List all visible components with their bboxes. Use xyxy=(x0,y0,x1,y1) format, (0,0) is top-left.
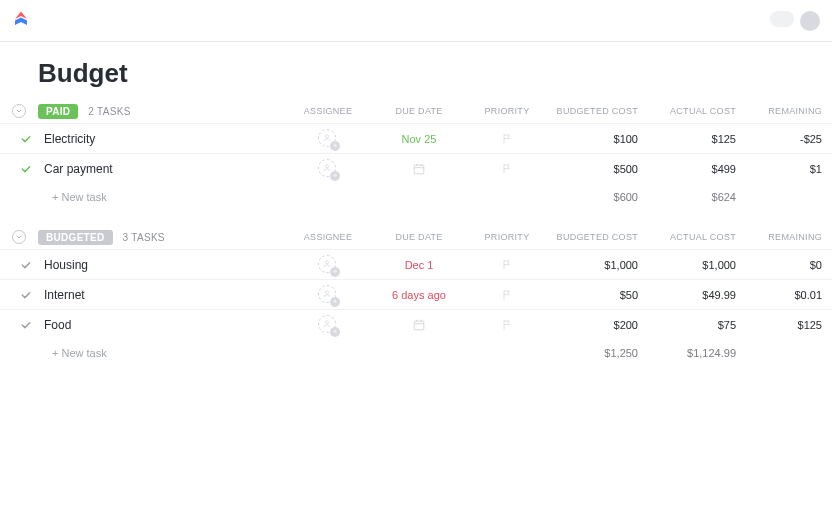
priority-cell[interactable] xyxy=(468,259,546,271)
topbar xyxy=(0,0,832,42)
status-badge[interactable]: PAID xyxy=(38,104,78,119)
svg-point-7 xyxy=(325,290,328,293)
col-assignee: ASSIGNEE xyxy=(286,232,370,242)
budgeted-cost[interactable]: $50 xyxy=(546,289,648,301)
assignee-add[interactable]: + xyxy=(318,129,338,149)
flag-icon[interactable] xyxy=(501,259,513,271)
col-actual: ACTUAL COST xyxy=(648,106,746,116)
svg-rect-2 xyxy=(414,165,424,174)
checkmark-icon xyxy=(20,163,32,175)
col-due-date: DUE DATE xyxy=(370,106,468,116)
topbar-pill-1[interactable] xyxy=(770,11,794,27)
new-task-button[interactable]: + New task xyxy=(38,191,286,203)
remaining-cost[interactable]: $0.01 xyxy=(746,289,832,301)
col-priority: PRIORITY xyxy=(468,106,546,116)
flag-icon[interactable] xyxy=(501,319,513,331)
svg-point-0 xyxy=(325,134,328,137)
svg-point-1 xyxy=(325,164,328,167)
due-date-cell[interactable] xyxy=(370,318,468,332)
due-date-text[interactable]: 6 days ago xyxy=(392,289,446,301)
new-task-button[interactable]: + New task xyxy=(38,347,286,359)
actual-cost[interactable]: $49.99 xyxy=(648,289,746,301)
flag-icon[interactable] xyxy=(501,133,513,145)
sum-actual: $1,124.99 xyxy=(648,347,746,359)
priority-cell[interactable] xyxy=(468,163,546,175)
calendar-icon[interactable] xyxy=(412,162,426,176)
budgeted-cost[interactable]: $1,000 xyxy=(546,259,648,271)
budgeted-cost[interactable]: $200 xyxy=(546,319,648,331)
task-count: 3 TASKS xyxy=(123,232,165,243)
task-check[interactable] xyxy=(0,289,38,301)
task-row[interactable]: Internet+6 days ago$50$49.99$0.01 xyxy=(0,279,832,309)
task-check[interactable] xyxy=(0,163,38,175)
task-row[interactable]: Electricity+Nov 25$100$125-$25 xyxy=(0,123,832,153)
chevron-down-icon xyxy=(15,107,23,115)
plus-icon: + xyxy=(330,141,340,151)
flag-icon[interactable] xyxy=(501,289,513,301)
plus-icon: + xyxy=(330,267,340,277)
task-name[interactable]: Food xyxy=(38,318,286,332)
checkmark-icon xyxy=(20,133,32,145)
assignee-add[interactable]: + xyxy=(318,255,338,275)
remaining-cost[interactable]: $0 xyxy=(746,259,832,271)
col-remaining: REMAINING xyxy=(746,232,832,242)
page-title: Budget xyxy=(0,42,832,99)
actual-cost[interactable]: $1,000 xyxy=(648,259,746,271)
task-row[interactable]: Housing+Dec 1$1,000$1,000$0 xyxy=(0,249,832,279)
remaining-cost[interactable]: -$25 xyxy=(746,133,832,145)
assignee-add[interactable]: + xyxy=(318,315,338,335)
due-date-cell[interactable]: Dec 1 xyxy=(370,259,468,271)
budgeted-cost[interactable]: $100 xyxy=(546,133,648,145)
task-row[interactable]: Food+$200$75$125 xyxy=(0,309,832,339)
col-budgeted: BUDGETED COST xyxy=(546,232,648,242)
task-name[interactable]: Housing xyxy=(38,258,286,272)
sum-actual: $624 xyxy=(648,191,746,203)
calendar-icon[interactable] xyxy=(412,318,426,332)
task-check[interactable] xyxy=(0,133,38,145)
actual-cost[interactable]: $499 xyxy=(648,163,746,175)
group-header: PAID2 TASKSASSIGNEEDUE DATEPRIORITYBUDGE… xyxy=(0,99,832,123)
priority-cell[interactable] xyxy=(468,289,546,301)
plus-icon: + xyxy=(330,171,340,181)
flag-icon[interactable] xyxy=(501,163,513,175)
sum-budgeted: $600 xyxy=(546,191,648,203)
assignee-add[interactable]: + xyxy=(318,159,338,179)
due-date-cell[interactable]: 6 days ago xyxy=(370,289,468,301)
due-date-text[interactable]: Nov 25 xyxy=(402,133,437,145)
col-assignee: ASSIGNEE xyxy=(286,106,370,116)
group-header: BUDGETED3 TASKSASSIGNEEDUE DATEPRIORITYB… xyxy=(0,225,832,249)
due-date-cell[interactable] xyxy=(370,162,468,176)
budgeted-cost[interactable]: $500 xyxy=(546,163,648,175)
task-check[interactable] xyxy=(0,319,38,331)
priority-cell[interactable] xyxy=(468,133,546,145)
priority-cell[interactable] xyxy=(468,319,546,331)
actual-cost[interactable]: $125 xyxy=(648,133,746,145)
assignee-add[interactable]: + xyxy=(318,285,338,305)
status-badge[interactable]: BUDGETED xyxy=(38,230,113,245)
summary-row: + New task$600$624 xyxy=(0,183,832,211)
due-date-text[interactable]: Dec 1 xyxy=(405,259,434,271)
summary-row: + New task$1,250$1,124.99 xyxy=(0,339,832,367)
col-priority: PRIORITY xyxy=(468,232,546,242)
col-due-date: DUE DATE xyxy=(370,232,468,242)
task-name[interactable]: Internet xyxy=(38,288,286,302)
sum-budgeted: $1,250 xyxy=(546,347,648,359)
col-budgeted: BUDGETED COST xyxy=(546,106,648,116)
remaining-cost[interactable]: $1 xyxy=(746,163,832,175)
checkmark-icon xyxy=(20,289,32,301)
col-actual: ACTUAL COST xyxy=(648,232,746,242)
svg-rect-9 xyxy=(414,321,424,330)
checkmark-icon xyxy=(20,319,32,331)
topbar-avatar[interactable] xyxy=(800,11,820,31)
remaining-cost[interactable]: $125 xyxy=(746,319,832,331)
task-check[interactable] xyxy=(0,259,38,271)
task-count: 2 TASKS xyxy=(88,106,130,117)
collapse-toggle[interactable] xyxy=(12,104,26,118)
checkmark-icon xyxy=(20,259,32,271)
task-name[interactable]: Electricity xyxy=(38,132,286,146)
due-date-cell[interactable]: Nov 25 xyxy=(370,133,468,145)
actual-cost[interactable]: $75 xyxy=(648,319,746,331)
task-name[interactable]: Car payment xyxy=(38,162,286,176)
collapse-toggle[interactable] xyxy=(12,230,26,244)
task-row[interactable]: Car payment+$500$499$1 xyxy=(0,153,832,183)
